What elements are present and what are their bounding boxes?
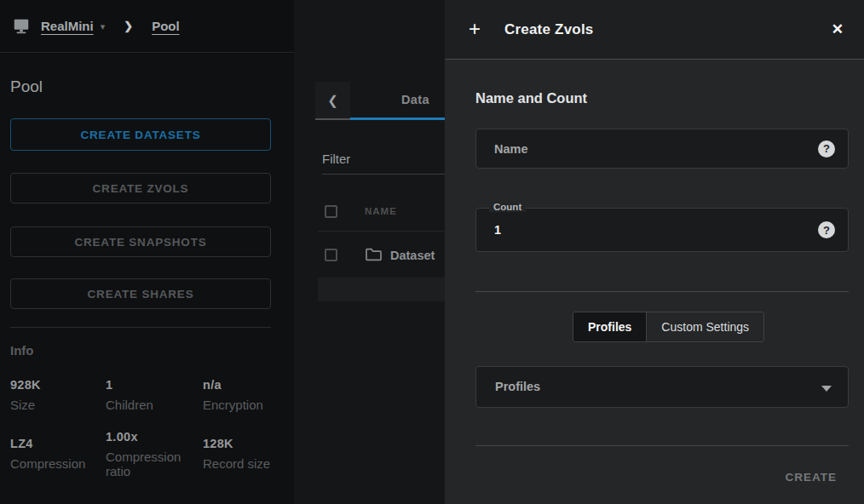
count-field: Count ?	[475, 208, 849, 252]
tabs-divider	[475, 291, 849, 292]
stat-compression: LZ4 Compression	[10, 430, 106, 478]
table-row[interactable]	[318, 278, 445, 301]
page-title: Pool	[10, 77, 43, 96]
filter-input[interactable]	[322, 152, 445, 175]
count-field-label: Count	[489, 202, 526, 212]
create-shares-button[interactable]: CREATE SHARES	[10, 278, 271, 309]
count-input[interactable]	[476, 209, 848, 251]
stat-children: 1 Children	[106, 378, 203, 412]
stat-encryption: n/a Encryption	[203, 378, 285, 412]
info-stats-row-1: 928K Size 1 Children n/a Encryption	[10, 378, 285, 412]
create-zvols-button[interactable]: CREATE ZVOLS	[10, 173, 271, 203]
stat-record-size: 128K Record size	[203, 430, 285, 478]
create-zvols-drawer: + Create Zvols ✕ Name and Count ? Count …	[445, 0, 864, 504]
datasets-panel: ❮ Data NAME Dataset	[294, 0, 445, 504]
chevron-right-icon: ❯	[124, 20, 133, 32]
plus-icon: +	[469, 20, 481, 38]
profiles-select[interactable]: Profiles	[475, 366, 849, 408]
breadcrumb-system-link[interactable]: RealMini	[41, 19, 94, 33]
select-all-checkbox[interactable]	[325, 205, 337, 218]
chevron-left-icon: ❮	[327, 93, 338, 108]
count-help-icon[interactable]: ?	[818, 221, 835, 238]
name-help-icon[interactable]: ?	[818, 140, 835, 158]
caret-down-icon[interactable]: ▾	[101, 21, 106, 32]
create-snapshots-button[interactable]: CREATE SNAPSHOTS	[10, 226, 271, 257]
dataset-row-label[interactable]: Dataset	[390, 249, 435, 262]
breadcrumb-page-link[interactable]: Pool	[152, 19, 180, 33]
tab-profiles[interactable]: Profiles	[573, 312, 647, 341]
info-divider	[10, 327, 271, 328]
drawer-title: Create Zvols	[504, 21, 593, 38]
drawer-header: + Create Zvols ✕	[445, 0, 864, 60]
table-header-divider	[318, 231, 445, 232]
name-column-header: NAME	[365, 206, 397, 216]
tab-data[interactable]: Data	[350, 82, 445, 120]
mode-tabs: Profiles Custom Settings	[573, 312, 764, 342]
row-checkbox[interactable]	[325, 249, 337, 261]
stat-size: 928K Size	[10, 378, 106, 412]
info-stats-row-2: LZ4 Compression 1.00x Compression ratio …	[10, 430, 285, 478]
section-heading: Name and Count	[475, 90, 587, 106]
name-field: ?	[475, 129, 849, 169]
pool-side-panel: Pool CREATE DATASETS CREATE ZVOLS CREATE…	[0, 54, 294, 504]
computer-icon	[12, 16, 32, 37]
folder-icon	[365, 247, 383, 265]
footer-divider	[475, 445, 849, 446]
info-heading: Info	[10, 343, 34, 358]
chevron-down-icon	[821, 386, 832, 392]
close-icon[interactable]: ✕	[828, 19, 847, 40]
create-submit-button[interactable]: CREATE	[783, 467, 838, 487]
stat-compression-ratio: 1.00x Compression ratio	[106, 430, 203, 478]
name-input[interactable]	[476, 129, 848, 168]
create-datasets-button[interactable]: CREATE DATASETS	[10, 118, 271, 151]
tab-custom-settings[interactable]: Custom Settings	[647, 312, 763, 341]
back-button[interactable]: ❮	[315, 82, 350, 120]
